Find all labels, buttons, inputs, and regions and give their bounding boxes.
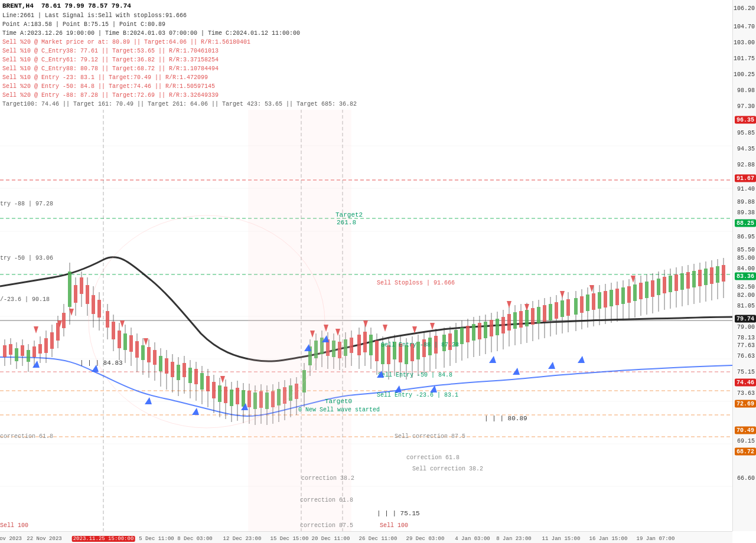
svg-rect-61 [118, 331, 121, 348]
svg-rect-185 [490, 320, 493, 336]
svg-rect-221 [598, 292, 601, 309]
svg-text:Sell 100: Sell 100 [380, 522, 408, 529]
svg-text:Sell correction 38.2: Sell correction 38.2 [412, 466, 483, 472]
svg-rect-23 [3, 345, 6, 357]
svg-rect-237 [645, 282, 649, 298]
price-99: 98.98 [737, 87, 755, 94]
price-72-badge: 72.69 [735, 400, 756, 408]
svg-rect-27 [15, 348, 18, 361]
svg-rect-77 [165, 358, 168, 374]
sell-line-1: Sell %20 @ Market price or at: 80.89 || … [2, 38, 730, 47]
svg-text:Sell Entry -88 | 87.28: Sell Entry -88 | 87.28 [381, 342, 459, 348]
svg-rect-243 [663, 277, 666, 293]
svg-rect-43 [62, 313, 66, 328]
price-77: 77.63 [737, 342, 755, 349]
price-76: 76.63 [737, 353, 755, 359]
price-104: 104.70 [734, 24, 755, 30]
price-100: 100.25 [734, 71, 755, 78]
svg-rect-197 [525, 310, 529, 326]
svg-rect-31 [27, 350, 30, 362]
time-dec8: 8 Dec 03:00 [177, 536, 212, 542]
svg-rect-141 [357, 335, 361, 355]
svg-text:| | | 84.83: | | | 84.83 [80, 359, 123, 367]
price-82: 82.00 [737, 292, 755, 298]
svg-rect-91 [206, 376, 210, 391]
svg-rect-29 [21, 345, 24, 356]
sell-line-7: Sell %20 @ Entry -88: 87.28 || Target:72… [2, 91, 730, 100]
svg-rect-215 [580, 296, 584, 313]
svg-rect-261 [716, 266, 719, 283]
svg-rect-55 [97, 300, 101, 318]
svg-rect-223 [604, 291, 607, 308]
time-dec29: 29 Dec 03:00 [406, 536, 445, 542]
price-90: 89.88 [737, 199, 755, 205]
svg-rect-33 [32, 346, 36, 357]
price-79: 79.00 [737, 323, 755, 330]
svg-rect-199 [531, 308, 535, 325]
svg-text:Sell Entry -50 | 84.8: Sell Entry -50 | 84.8 [378, 372, 452, 378]
svg-rect-175 [460, 328, 464, 344]
price-78: 78.13 [737, 334, 755, 341]
price-75: 75.15 [737, 369, 755, 375]
svg-rect-209 [561, 300, 564, 317]
svg-rect-183 [484, 322, 487, 338]
svg-rect-143 [363, 332, 367, 352]
sell-line-3: Sell %10 @ C_Entry61: 79.12 || Target:36… [2, 55, 730, 64]
svg-rect-0 [0, 103, 732, 531]
time-dec26: 26 Dec 11:00 [359, 536, 397, 542]
price-82-5: 82.50 [737, 284, 755, 290]
price-101: 101.75 [734, 55, 755, 62]
svg-rect-263 [722, 265, 725, 282]
svg-rect-71 [147, 347, 151, 362]
svg-rect-227 [615, 289, 619, 305]
line-info: Line:2661 | Last Signal is:Sell with sto… [2, 11, 730, 20]
svg-rect-35 [38, 344, 42, 354]
svg-rect-247 [674, 274, 678, 291]
price-91-badge: 91.67 [735, 174, 756, 182]
svg-text:261.8: 261.8 [337, 219, 356, 226]
svg-text:Sell 100: Sell 100 [0, 522, 28, 529]
price-96-badge: 96.35 [735, 116, 756, 123]
svg-rect-225 [610, 290, 613, 306]
svg-rect-47 [74, 285, 77, 303]
svg-rect-179 [472, 324, 475, 341]
price-83-badge: 83.36 [735, 273, 756, 280]
svg-rect-211 [566, 299, 570, 316]
time-jan11: 11 Jan 15:00 [542, 536, 581, 542]
price-74-badge: 74.46 [735, 379, 756, 387]
chart-svg[interactable]: 261.8 Target0 0 New Sell wave started Ta… [0, 103, 732, 531]
svg-rect-217 [586, 295, 589, 311]
time-nov22: 22 Nov 2023 [27, 536, 61, 542]
time-jan4: 4 Jan 03:00 [455, 536, 490, 542]
price-95: 95.85 [737, 130, 755, 136]
svg-text:Target2: Target2 [335, 211, 363, 218]
svg-rect-65 [129, 335, 133, 352]
svg-text:Sell Entry -23.6 | 83.1: Sell Entry -23.6 | 83.1 [377, 392, 458, 398]
svg-text:Sell Stoploss | 91.666: Sell Stoploss | 91.666 [377, 280, 455, 286]
svg-rect-219 [592, 293, 595, 310]
svg-rect-177 [466, 326, 470, 342]
svg-rect-251 [686, 272, 690, 289]
svg-rect-145 [369, 335, 373, 355]
svg-rect-191 [507, 314, 511, 331]
svg-rect-101 [236, 388, 239, 404]
svg-rect-205 [549, 304, 552, 320]
price-axis: 106.20 104.70 103.00 101.75 100.25 98.98… [732, 0, 756, 531]
price-66: 66.60 [737, 475, 755, 482]
svg-text:try -50 | 93.06: try -50 | 93.06 [0, 255, 53, 261]
svg-text:correction 87.5: correction 87.5 [300, 522, 353, 529]
price-103: 103.00 [734, 40, 755, 46]
svg-rect-57 [106, 311, 109, 328]
price-86: 85.50 [737, 247, 755, 253]
sell-line-2: Sell %10 @ C_Entry38: 77.61 || Target:53… [2, 47, 730, 55]
price-69: 69.15 [737, 438, 755, 444]
sell-line-5: Sell %10 @ Entry -23: 83.1 || Target:70.… [2, 73, 730, 82]
svg-text:Target0: Target0 [325, 398, 352, 405]
svg-text:/-23.6 | 90.18: /-23.6 | 90.18 [0, 296, 50, 303]
sell-line-6: Sell %20 @ Entry -50: 84.8 || Target:74.… [2, 82, 730, 91]
svg-rect-195 [519, 311, 523, 328]
time-jan19: 19 Jan 07:00 [637, 536, 675, 542]
price-87: 86.95 [737, 233, 755, 240]
svg-rect-79 [171, 362, 174, 377]
svg-text:correction 61.8: correction 61.8 [406, 454, 460, 461]
